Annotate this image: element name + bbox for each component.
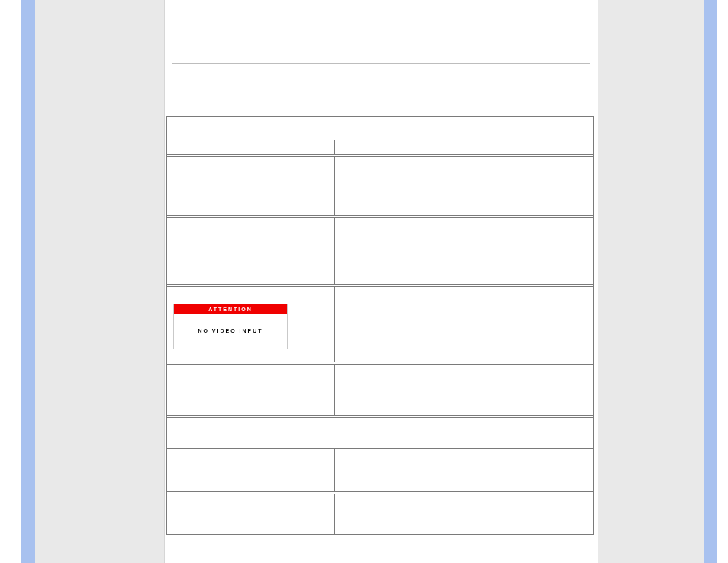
table-cell-left [167,449,335,491]
osd-dialog: ATTENTION NO VIDEO INPUT [173,304,288,349]
table-header [167,117,593,140]
osd-title: ATTENTION [174,304,287,314]
document-page: ATTENTION NO VIDEO INPUT [165,0,598,563]
table-cell-left [167,494,335,534]
table-cell-left [167,365,335,415]
table-cell-left [167,218,335,284]
table-cell-right [335,287,593,362]
table-col-header-left [167,140,335,154]
table-col-header-right [335,140,593,154]
table-cell-right [335,494,593,534]
table-cell-left: ATTENTION NO VIDEO INPUT [167,287,335,362]
table-cell-right [335,365,593,415]
osd-message: NO VIDEO INPUT [174,314,287,349]
page-margin-left-accent [21,0,35,563]
table-cell-right [335,157,593,215]
table-section-header [167,418,593,446]
page-margin-right [598,0,704,563]
troubleshooting-table: ATTENTION NO VIDEO INPUT [166,116,594,535]
page-margin-left [35,0,165,563]
table-cell-left [167,157,335,215]
table-cell-right [335,218,593,284]
table-cell-right [335,449,593,491]
horizontal-rule [172,63,590,64]
page-margin-right-accent [704,0,717,563]
